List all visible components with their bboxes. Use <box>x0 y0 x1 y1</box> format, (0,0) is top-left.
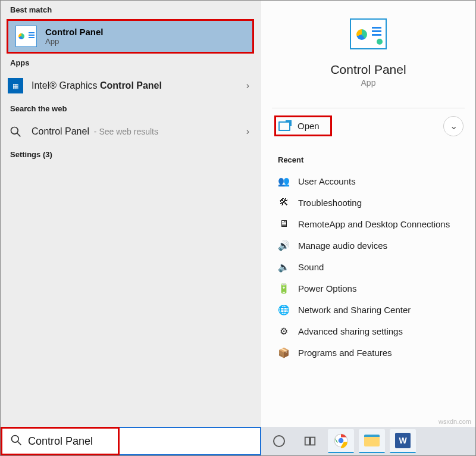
app-label-prefix: Intel® Graphics <box>32 80 100 90</box>
taskview-icon[interactable] <box>297 429 323 453</box>
preview-title: Control Panel <box>330 63 406 77</box>
recent-item-label: User Accounts <box>298 176 356 186</box>
best-match-heading: Best match <box>1 1 261 19</box>
word-icon[interactable]: W <box>390 429 416 453</box>
recent-item-label: Sound <box>298 262 324 272</box>
best-match-name: Control Panel <box>45 27 104 37</box>
recent-item-label: Programs and Features <box>298 348 392 358</box>
chevron-right-icon: › <box>246 80 252 91</box>
sound-icon: 🔈 <box>278 261 290 273</box>
open-action[interactable]: Open <box>274 115 332 136</box>
troubleshooting-icon: 🛠 <box>278 196 290 208</box>
recent-item-label: Manage audio devices <box>298 241 387 251</box>
network-and-sharing-center-icon: 🌐 <box>278 304 290 316</box>
recent-item-advanced-sharing-settings[interactable]: ⚙Advanced sharing settings <box>261 320 475 342</box>
web-result[interactable]: Control Panel - See web results › <box>1 118 261 145</box>
recent-item-user-accounts[interactable]: 👥User Accounts <box>261 170 475 192</box>
recent-item-label: Advanced sharing settings <box>298 326 403 336</box>
chevron-down-icon: ⌄ <box>450 120 458 132</box>
search-icon <box>10 434 22 448</box>
app-label-bold: Control Panel <box>100 80 162 90</box>
remoteapp-and-desktop-connections-icon: 🖥 <box>278 218 290 230</box>
programs-and-features-icon: 📦 <box>278 346 290 358</box>
svg-point-2 <box>12 436 19 443</box>
search-results-panel: Best match Control Panel App Apps ▦ Inte… <box>1 1 261 427</box>
advanced-sharing-settings-icon: ⚙ <box>278 325 290 337</box>
svg-point-0 <box>11 127 18 135</box>
recent-item-label: Network and Sharing Center <box>298 305 411 315</box>
intel-icon: ▦ <box>8 78 23 93</box>
chrome-icon[interactable] <box>328 429 354 453</box>
manage-audio-devices-icon: 🔊 <box>278 239 290 251</box>
chevron-right-icon: › <box>246 126 252 137</box>
svg-line-3 <box>18 442 21 445</box>
search-web-heading: Search the web <box>1 99 261 118</box>
expand-toggle[interactable]: ⌄ <box>443 116 464 136</box>
recent-item-remoteapp-and-desktop-connections[interactable]: 🖥RemoteApp and Desktop Connections <box>261 213 475 235</box>
web-result-name: Control Panel <box>32 126 89 136</box>
taskbar: W <box>261 427 475 455</box>
power-options-icon: 🔋 <box>278 282 290 294</box>
svg-rect-5 <box>311 438 315 445</box>
user-accounts-icon: 👥 <box>278 175 290 187</box>
best-match-result[interactable]: Control Panel App <box>7 19 254 54</box>
recent-item-power-options[interactable]: 🔋Power Options <box>261 277 475 299</box>
cortana-icon[interactable] <box>266 429 292 453</box>
recent-list: 👥User Accounts🛠Troubleshooting🖥RemoteApp… <box>261 170 475 363</box>
recent-item-label: Power Options <box>298 283 356 293</box>
settings-heading[interactable]: Settings (3) <box>1 145 261 164</box>
apps-heading: Apps <box>1 54 261 72</box>
file-explorer-icon[interactable] <box>359 429 385 453</box>
app-result-intel-graphics[interactable]: ▦ Intel® Graphics Control Panel › <box>1 72 261 99</box>
recent-item-sound[interactable]: 🔈Sound <box>261 256 475 277</box>
control-panel-icon <box>15 26 37 47</box>
svg-rect-4 <box>305 438 309 445</box>
best-match-sub: App <box>45 37 104 46</box>
preview-subtitle: App <box>361 78 376 88</box>
svg-point-7 <box>339 438 344 443</box>
watermark: wsxdn.com <box>439 418 471 425</box>
preview-panel: Control Panel App Open ⌄ Recent 👥User Ac… <box>261 1 475 427</box>
svg-line-1 <box>17 133 21 137</box>
bottom-bar: W <box>1 427 475 455</box>
recent-item-manage-audio-devices[interactable]: 🔊Manage audio devices <box>261 235 475 256</box>
recent-item-label: Troubleshooting <box>298 198 362 208</box>
search-icon <box>8 124 23 139</box>
recent-item-troubleshooting[interactable]: 🛠Troubleshooting <box>261 192 475 213</box>
open-label: Open <box>298 121 320 131</box>
open-icon <box>278 121 290 131</box>
recent-heading: Recent <box>261 143 475 170</box>
recent-item-programs-and-features[interactable]: 📦Programs and Features <box>261 342 475 363</box>
recent-item-network-and-sharing-center[interactable]: 🌐Network and Sharing Center <box>261 299 475 320</box>
web-result-suffix: - See web results <box>92 127 158 136</box>
control-panel-large-icon <box>350 18 387 49</box>
recent-item-label: RemoteApp and Desktop Connections <box>298 219 450 229</box>
search-input[interactable] <box>28 435 260 448</box>
search-box[interactable] <box>1 427 261 455</box>
